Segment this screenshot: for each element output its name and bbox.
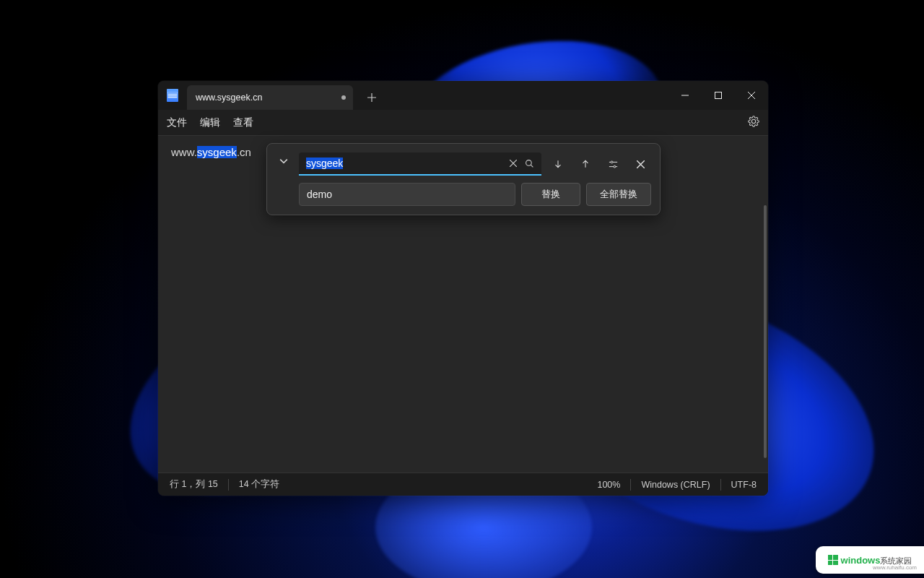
clear-find-button[interactable] xyxy=(505,155,521,171)
vertical-scrollbar[interactable] xyxy=(764,205,767,458)
find-replace-panel: sysgeek xyxy=(266,143,661,215)
sliders-icon xyxy=(608,159,619,170)
watermark-badge: windows系统家园 www.ruhaifu.com xyxy=(816,546,924,574)
minimize-icon xyxy=(681,92,689,99)
status-position: 行 1，列 15 xyxy=(170,478,218,491)
divider xyxy=(630,479,631,491)
x-icon xyxy=(510,160,517,167)
close-window-button[interactable] xyxy=(735,81,768,110)
status-zoom[interactable]: 100% xyxy=(597,480,620,490)
divider xyxy=(720,479,721,491)
find-input-value: sysgeek xyxy=(306,158,505,169)
watermark-url: www.ruhaifu.com xyxy=(873,564,917,571)
window-controls xyxy=(668,81,768,110)
text-prefix: www. xyxy=(171,146,197,158)
status-line-ending[interactable]: Windows (CRLF) xyxy=(641,480,710,490)
svg-point-2 xyxy=(611,161,613,163)
search-button[interactable] xyxy=(521,155,537,171)
notepad-icon xyxy=(167,89,178,102)
maximize-icon xyxy=(715,92,722,99)
menubar: 文件 编辑 查看 xyxy=(158,110,768,136)
find-options-button[interactable] xyxy=(602,153,624,175)
gear-icon xyxy=(748,116,759,127)
document-text: www.sysgeek.cn xyxy=(171,146,251,158)
tab-active[interactable]: www.sysgeek.cn xyxy=(187,85,353,110)
divider xyxy=(228,479,229,491)
status-encoding[interactable]: UTF-8 xyxy=(731,480,757,490)
close-icon xyxy=(637,160,645,168)
close-icon xyxy=(748,92,755,99)
unsaved-indicator-icon xyxy=(341,95,346,100)
editor-area[interactable]: www.sysgeek.cn sysgeek xyxy=(158,136,768,473)
windows-logo-icon xyxy=(828,555,838,565)
svg-point-1 xyxy=(526,160,531,165)
arrow-up-icon xyxy=(580,159,590,169)
settings-button[interactable] xyxy=(748,116,759,129)
find-previous-button[interactable] xyxy=(575,153,596,175)
replace-button-label: 替换 xyxy=(541,188,560,201)
text-suffix: .cn xyxy=(237,146,251,158)
replace-input[interactable]: demo xyxy=(299,183,515,206)
menu-edit[interactable]: 编辑 xyxy=(200,116,220,129)
new-tab-button[interactable] xyxy=(360,93,383,102)
chevron-down-icon xyxy=(279,157,288,165)
replace-all-button[interactable]: 全部替换 xyxy=(586,183,651,206)
tab-title: www.sysgeek.cn xyxy=(196,92,336,103)
find-input[interactable]: sysgeek xyxy=(299,152,541,176)
titlebar: www.sysgeek.cn xyxy=(158,81,768,110)
find-next-button[interactable] xyxy=(547,153,569,175)
svg-rect-0 xyxy=(715,92,722,99)
status-char-count: 14 个字符 xyxy=(239,478,279,491)
maximize-button[interactable] xyxy=(702,81,735,110)
arrow-down-icon xyxy=(553,159,563,169)
notepad-window: www.sysgeek.cn 文件 编辑 查看 xyxy=(158,81,768,496)
svg-point-3 xyxy=(614,165,616,168)
tab-strip: www.sysgeek.cn xyxy=(187,81,383,110)
replace-input-value: demo xyxy=(307,189,332,200)
text-match-highlight: sysgeek xyxy=(197,146,237,158)
collapse-panel-button[interactable] xyxy=(276,152,292,206)
minimize-button[interactable] xyxy=(668,81,702,110)
menu-view[interactable]: 查看 xyxy=(233,116,253,129)
close-find-button[interactable] xyxy=(629,153,651,175)
watermark-suffix: 系统家园 xyxy=(880,556,912,565)
menu-file[interactable]: 文件 xyxy=(167,116,187,129)
app-icon-wrap xyxy=(158,81,187,110)
plus-icon xyxy=(367,93,376,102)
replace-all-button-label: 全部替换 xyxy=(600,188,637,201)
replace-button[interactable]: 替换 xyxy=(521,183,580,206)
statusbar: 行 1，列 15 14 个字符 100% Windows (CRLF) UTF-… xyxy=(158,473,768,496)
search-icon xyxy=(525,159,534,168)
